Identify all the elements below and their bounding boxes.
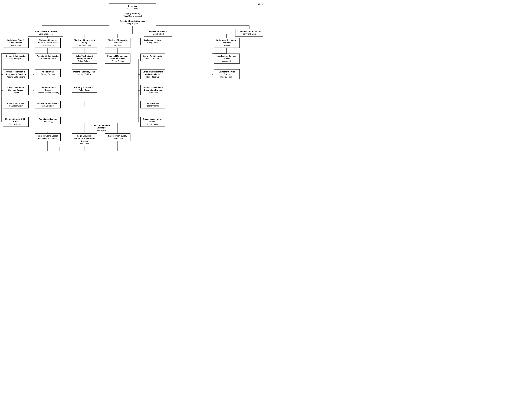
general-counsel-name: Dana Erlandsen [39,33,53,35]
tax-ops-title: Tax Operations Bureau [37,135,58,137]
div-alcohol-name: Mark Meyer [96,129,107,131]
manufacturing-name: Zach McClelland [9,123,23,125]
fin-mgmt-name: Peggy Steeno [112,60,124,62]
audit-bureau-box: Audit Bureau Denise Everson [35,69,61,77]
div-research-policy-title: Division of Research & Policy [74,39,95,44]
div-enterprise-box: Division of Enterprise Services Julie Ra… [105,38,130,48]
app-services-box: Application Services Bureau Ann Averill [214,54,240,63]
audit-bureau-title: Audit Bureau [42,71,54,73]
comms-director-title: Communications Director [238,30,261,32]
sales-bureau-box: Sales Bureau Zachary Hyde [140,101,165,108]
deputy-title: Deputy Secretary [125,12,141,15]
app-services-name: Ann Averill [222,60,232,62]
property-excise-title: Property & Excise Tax Policy Team [74,87,95,91]
property-excise-box: Property & Excise Tax Policy Team [72,85,97,93]
comms-director-box: Communications Director Jennifer Bacon [235,29,263,37]
div-research-policy-name: Cari Redington [78,44,91,46]
secretary-name: David Casey [127,7,138,9]
div-alcohol-box: Division of Alcohol Beverages Mark Meyer [89,123,114,133]
lottery-deputy-name: Kevin Kaminski [146,57,159,60]
tax-ops-box: Tax Operations Bureau Amanda Mosel (Inte… [35,133,61,141]
div-tech-title: Division of Technology Services [216,39,237,44]
customer-service-tech-box: Customer Service Bureau Bradley Thome [214,69,240,79]
deputy-admin-box: Deputy Administrator Mary Gawryleski [3,54,29,61]
income-tax-policy-name: Michael Oakleaf [77,73,91,75]
manufacturing-title: Manufacturing & Utility Bureau [5,118,26,123]
equalization-box: Equalization Bureau Charles Paskey [3,101,29,108]
div-state-local-name: Valeah Foy [11,44,21,46]
sales-bureau-title: Sales Bureau [147,102,159,104]
legal-services-box: Legal Services, Permitting & Reporting B… [72,133,97,146]
customer-service-bureau-box: Customer Service Bureau Rachel Ballmoos … [35,85,61,95]
div-enterprise-title: Division of Enterprise Services [108,39,128,44]
secretary-box: Secretary David Casey Deputy Secretary M… [109,4,156,26]
product-dev-title: Product Development & Marketing Bureau [143,87,163,91]
general-counsel-title: Office of General Counsel [34,30,57,32]
legislative-advisor-box: Legislative Advisor Jacob Burbach [144,29,172,37]
org-chart: 03/25 [0,0,266,7]
comms-director-name: Jennifer Bacon [243,33,256,35]
local-govt-box: Local Government Services Bureau Vacant [3,85,29,95]
div-income-sales-box: Division of Income, Sales & Excise Taxes… [35,38,61,48]
legal-services-title: Legal Services, Permitting & Reporting B… [74,135,95,142]
div-state-local-title: Division of State & Local Finance [7,39,24,44]
asst-admin2-name: Kyle Duerstein [42,105,54,107]
app-services-title: Application Services Bureau [217,55,236,60]
sales-tax-policy-title: Sales Tax Policy & Economic Team [76,55,93,60]
div-tech-box: Division of Technology Services Vacant [214,38,240,48]
income-tax-policy-box: Income Tax Policy Team Michael Oakleaf [72,69,97,77]
income-tax-policy-title: Income Tax Policy Team [73,71,95,73]
deputy-name: Maria Guerra Lapacek [123,15,142,17]
product-dev-box: Product Development & Marketing Bureau C… [140,85,165,95]
lottery-deputy-title: Deputy Administrator [143,55,163,57]
enforcement-compliance-name: Rick Fitzgerald [146,76,159,78]
sales-tax-policy-name: Robert Schmidt [78,60,91,62]
enforcement-compliance-box: Office of Enforcement and Compliance Ric… [140,69,165,79]
legislative-advisor-title: Legislative Advisor [149,30,167,32]
customer-service-tech-title: Customer Service Bureau [219,71,235,75]
div-lottery-box: Division of Lottery Cindy Polzin [140,38,165,45]
tech-assessment-name: Kathryn Soto-Moreno [7,76,25,78]
compliance-bureau-box: Compliance Bureau Laura Clegg [35,117,61,124]
asst-deputy-title: Assistant Deputy Secretary [120,20,145,22]
business-ops-box: Business Operations Bureau Michelle Matt… [140,117,165,127]
asst-admin1-title: Assistant Administrator [37,55,59,57]
asst-admin2-box: Assistant Administrator Kyle Duerstein [35,101,61,108]
customer-service-tech-name: Bradley Thome [220,76,233,78]
compliance-bureau-name: Laura Clegg [43,121,53,123]
div-income-sales-name: Susan Dukes [42,44,54,46]
fin-mgmt-box: Financial Management Services Bureau Peg… [105,54,130,63]
asst-admin1-box: Assistant Administrator Jennifer Dambach [35,54,61,61]
div-tech-name: Vacant [224,44,230,46]
deputy-admin-name: Mary Gawryleski [9,57,23,60]
customer-service-bureau-title: Customer Service Bureau [40,87,56,91]
tax-ops-name: Amanda Mosel (Interim) [38,137,58,139]
fin-mgmt-title: Financial Management Services Bureau [108,55,128,60]
equalization-name: Charles Paskey [9,105,23,107]
tech-assessment-box: Office of Technical & Assessment Service… [3,69,29,79]
div-enterprise-name: Julie Raes [113,44,122,46]
div-lottery-name: Cindy Polzin [147,42,158,44]
secretary-title: Secretary [128,5,137,7]
legislative-advisor-name: Jacob Burbach [152,33,164,35]
enforcement-bureau-title: Enforcement Bureau [108,135,127,137]
general-counsel-box: Office of General Counsel Dana Erlandsen [28,29,63,37]
tech-assessment-title: Office of Technical & Assessment Service… [6,71,26,75]
business-ops-title: Business Operations Bureau [143,118,162,123]
asst-admin1-name: Jennifer Dambach [40,57,56,60]
enforcement-compliance-title: Office of Enforcement and Compliance [143,71,163,75]
asst-deputy-name: Patty Mayers [127,22,138,25]
div-lottery-title: Division of Lottery [144,39,161,41]
local-govt-name: Vacant [13,92,19,94]
lottery-deputy-box: Deputy Administrator Kevin Kaminski [140,54,165,61]
audit-bureau-name: Denise Everson [41,73,55,75]
enforcement-bureau-name: Tyler Quam [113,137,123,139]
div-income-sales-title: Division of Income, Sales & Excise Taxes [38,39,57,44]
business-ops-name: Michelle Mattox [146,123,159,125]
enforcement-bureau-box: Enforcement Bureau Tyler Quam [105,133,130,141]
local-govt-title: Local Government Services Bureau [7,87,24,91]
product-dev-name: Chuck Klink [148,92,158,94]
div-research-policy-box: Division of Research & Policy Cari Redin… [72,38,97,48]
manufacturing-box: Manufacturing & Utility Bureau Zach McCl… [3,117,29,127]
div-alcohol-title: Division of Alcohol Beverages [93,124,110,129]
